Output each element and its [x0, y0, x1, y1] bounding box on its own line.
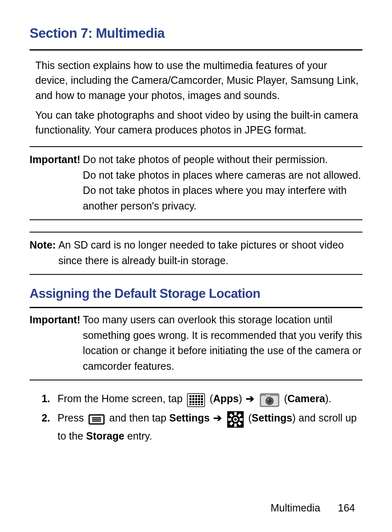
section-title: Section 7: Multimedia: [30, 25, 362, 41]
arrow-icon: ➔: [246, 393, 254, 404]
svg-rect-19: [198, 404, 200, 405]
svg-point-26: [268, 399, 269, 401]
svg-rect-18: [195, 404, 197, 405]
step-number: 1.: [35, 390, 58, 408]
page-footer: Multimedia 164: [270, 502, 355, 514]
important-line-3: Do not take photos in places where you m…: [83, 183, 362, 214]
svg-rect-33: [234, 412, 237, 415]
important-line-2: Do not take photos in places where camer…: [83, 168, 362, 183]
camera-label: Camera: [288, 393, 325, 404]
menu-icon: [88, 410, 105, 427]
subheading: Assigning the Default Storage Location: [30, 286, 362, 301]
intro-paragraph-1: This section explains how to use the mul…: [35, 58, 362, 103]
camera-icon: [260, 391, 279, 408]
step-text: Press: [58, 412, 87, 424]
svg-rect-12: [192, 401, 194, 403]
svg-rect-15: [201, 401, 203, 403]
svg-point-41: [234, 418, 237, 421]
svg-rect-5: [201, 395, 203, 397]
svg-rect-23: [265, 394, 270, 396]
apps-grid-icon: [187, 391, 205, 408]
svg-rect-7: [192, 398, 194, 400]
svg-rect-13: [195, 401, 197, 403]
steps-list: 1. From the Home screen, tap (Apps) ➔: [30, 390, 362, 444]
gear-icon: [227, 410, 244, 427]
svg-rect-17: [192, 404, 194, 405]
important-text-2: Too many users can overlook this storage…: [83, 312, 362, 374]
svg-rect-3: [195, 395, 197, 397]
step-1: 1. From the Home screen, tap (Apps) ➔: [35, 390, 362, 408]
svg-rect-11: [189, 401, 191, 403]
important-line-1: Do not take photos of people without the…: [83, 152, 362, 168]
step-text: and then tap: [109, 412, 169, 424]
step-text: From the Home screen, tap: [58, 393, 185, 404]
svg-rect-35: [228, 418, 231, 421]
svg-rect-16: [189, 404, 191, 405]
note-label: Note:: [30, 237, 58, 268]
note-text: An SD card is no longer needed to take p…: [58, 237, 362, 268]
svg-rect-34: [234, 424, 237, 427]
important-label-2: Important!: [30, 314, 81, 325]
svg-rect-36: [240, 418, 243, 421]
svg-rect-4: [198, 395, 200, 397]
svg-rect-8: [195, 398, 197, 400]
intro-paragraph-2: You can take photographs and shoot video…: [35, 108, 362, 138]
important-callout-2: Important! Too many users can overlook t…: [30, 308, 362, 380]
settings-label-1: Settings: [169, 412, 210, 424]
step-2: 2. Press and then tap Settings ➔: [35, 410, 362, 444]
apps-label: Apps: [213, 393, 239, 404]
footer-page-number: 164: [338, 502, 355, 514]
footer-section-name: Multimedia: [270, 502, 320, 514]
important-label: Important!: [30, 154, 81, 165]
arrow-icon: ➔: [213, 412, 222, 424]
svg-rect-14: [198, 401, 200, 403]
svg-rect-10: [201, 398, 203, 400]
svg-rect-9: [198, 398, 200, 400]
note-callout: Note: An SD card is no longer needed to …: [30, 232, 362, 275]
svg-rect-6: [189, 398, 191, 400]
settings-label-2: Settings: [252, 412, 293, 424]
divider: [30, 49, 362, 51]
step-text: entry.: [125, 430, 152, 442]
important-callout-1: Important! Do not take photos of people …: [30, 146, 362, 220]
svg-rect-1: [189, 395, 191, 397]
svg-rect-2: [192, 395, 194, 397]
storage-label: Storage: [86, 430, 125, 442]
svg-rect-20: [201, 404, 203, 405]
step-number: 2.: [35, 410, 58, 444]
